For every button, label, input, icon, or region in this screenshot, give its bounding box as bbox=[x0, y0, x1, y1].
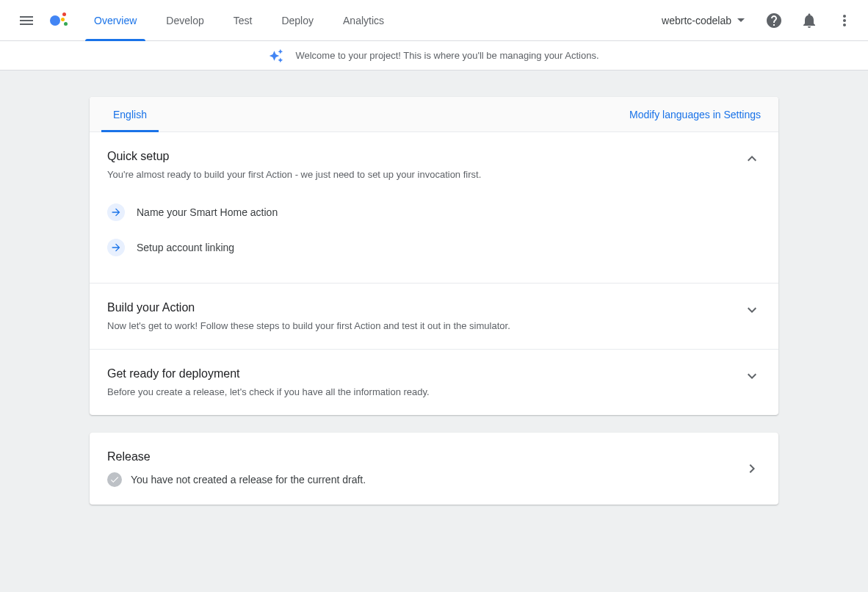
step-label: Setup account linking bbox=[137, 242, 234, 253]
chevron-right-icon bbox=[743, 460, 761, 477]
sparkle-icon bbox=[269, 48, 283, 63]
expand-deployment-button[interactable] bbox=[737, 361, 767, 391]
arrow-right-icon bbox=[107, 203, 125, 221]
section-quick-setup: Quick setup You're almost ready to build… bbox=[90, 132, 778, 284]
help-button[interactable] bbox=[759, 6, 789, 35]
tab-develop[interactable]: Develop bbox=[151, 0, 218, 41]
deployment-desc: Before you create a release, let's check… bbox=[107, 386, 737, 397]
tab-overview[interactable]: Overview bbox=[79, 0, 151, 41]
welcome-banner: Welcome to your project! This is where y… bbox=[0, 41, 868, 71]
chevron-down-icon bbox=[743, 367, 761, 385]
app-header: Overview Develop Test Deploy Analytics w… bbox=[0, 0, 868, 41]
collapse-quick-setup-button[interactable] bbox=[737, 144, 767, 173]
tab-analytics[interactable]: Analytics bbox=[328, 0, 399, 41]
section-build-action: Build your Action Now let's get to work!… bbox=[90, 284, 778, 350]
quick-setup-desc: You're almost ready to build your first … bbox=[107, 169, 737, 180]
deployment-title: Get ready for deployment bbox=[107, 367, 737, 380]
section-deployment: Get ready for deployment Before you crea… bbox=[90, 350, 778, 415]
step-name-smart-home-action[interactable]: Name your Smart Home action bbox=[107, 195, 761, 230]
step-label: Name your Smart Home action bbox=[137, 206, 278, 218]
more-menu-button[interactable] bbox=[830, 6, 859, 35]
chevron-down-icon bbox=[743, 301, 761, 319]
help-icon bbox=[765, 12, 783, 29]
hamburger-icon bbox=[18, 12, 35, 29]
step-setup-account-linking[interactable]: Setup account linking bbox=[107, 230, 761, 265]
release-title: Release bbox=[107, 450, 743, 463]
welcome-text: Welcome to your project! This is where y… bbox=[295, 50, 598, 61]
expand-build-action-button[interactable] bbox=[737, 295, 767, 325]
caret-down-icon bbox=[737, 18, 745, 22]
modify-languages-link[interactable]: Modify languages in Settings bbox=[629, 109, 761, 120]
google-assistant-logo bbox=[50, 12, 68, 29]
tab-test[interactable]: Test bbox=[219, 0, 267, 41]
tab-deploy[interactable]: Deploy bbox=[267, 0, 328, 41]
arrow-right-icon bbox=[107, 239, 125, 256]
build-action-title: Build your Action bbox=[107, 301, 737, 314]
hamburger-menu-button[interactable] bbox=[9, 3, 44, 38]
notifications-button[interactable] bbox=[795, 6, 824, 35]
overview-card: English Modify languages in Settings Qui… bbox=[90, 97, 778, 415]
release-open-button[interactable] bbox=[743, 460, 761, 477]
build-action-desc: Now let's get to work! Follow these step… bbox=[107, 320, 737, 331]
release-status-text: You have not created a release for the c… bbox=[131, 474, 366, 485]
project-name: webrtc-codelab bbox=[662, 15, 731, 26]
bell-icon bbox=[800, 12, 818, 29]
main-nav-tabs: Overview Develop Test Deploy Analytics bbox=[79, 0, 399, 41]
quick-setup-title: Quick setup bbox=[107, 150, 737, 163]
language-tab-english[interactable]: English bbox=[107, 97, 153, 132]
language-tabs-bar: English Modify languages in Settings bbox=[90, 97, 778, 132]
page-body: English Modify languages in Settings Qui… bbox=[0, 71, 868, 592]
release-card[interactable]: Release You have not created a release f… bbox=[90, 433, 778, 505]
header-actions: webrtc-codelab bbox=[653, 6, 859, 35]
chevron-up-icon bbox=[743, 150, 761, 167]
project-selector[interactable]: webrtc-codelab bbox=[653, 9, 753, 32]
more-vert-icon bbox=[836, 12, 853, 29]
check-circle-icon bbox=[107, 472, 122, 487]
